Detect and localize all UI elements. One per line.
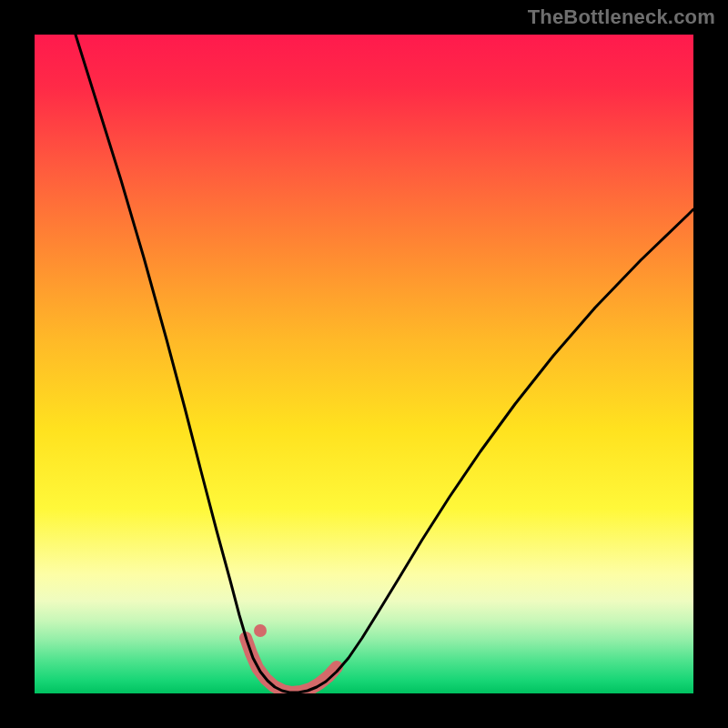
watermark-text: TheBottleneck.com: [528, 5, 715, 29]
dip-dot: [254, 624, 267, 637]
main-curve-line: [76, 35, 693, 693]
plot-area: [35, 35, 693, 693]
chart-frame: TheBottleneck.com: [0, 0, 728, 728]
chart-svg: [35, 35, 693, 693]
